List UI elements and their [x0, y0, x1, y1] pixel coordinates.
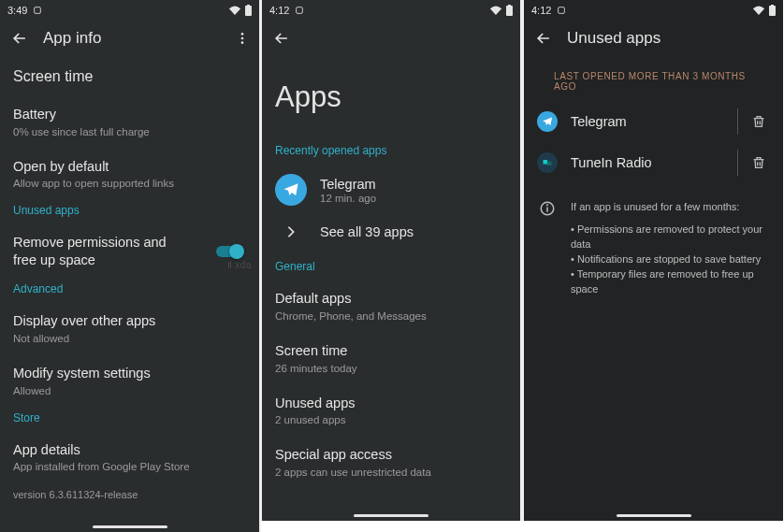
open-default-sub: Allow app to open supported links — [13, 177, 246, 191]
remove-permissions-row[interactable]: Remove permissions and free up space Ⅱ x… — [0, 224, 259, 279]
svg-rect-9 — [559, 7, 565, 14]
general-section: General — [262, 256, 520, 280]
unused-apps-row[interactable]: Unused apps 2 unused apps — [262, 385, 520, 438]
app-details-title: App details — [13, 441, 246, 459]
svg-rect-12 — [544, 160, 548, 165]
svg-rect-6 — [297, 7, 303, 14]
apps-header — [262, 19, 520, 58]
modify-system-sub: Allowed — [13, 384, 246, 398]
unused-apps-sub: 2 unused apps — [275, 413, 507, 427]
status-bar: 4:12 — [262, 0, 520, 19]
open-default-title: Open by default — [13, 158, 246, 176]
status-bar: 4:12 — [524, 0, 783, 19]
wifi-icon — [752, 6, 765, 15]
wifi-icon — [228, 6, 241, 15]
recent-app-telegram[interactable]: Telegram 12 min. ago — [262, 165, 520, 215]
info-icon — [537, 200, 558, 297]
notification-icon — [295, 6, 304, 15]
unused-app-tunein[interactable]: TuneIn Radio — [524, 142, 783, 183]
unused-app-telegram[interactable]: Telegram — [524, 101, 783, 142]
unused-apps-section: Unused apps — [0, 200, 259, 224]
svg-point-5 — [241, 41, 244, 44]
default-apps-row[interactable]: Default apps Chrome, Phone, and Messages — [262, 280, 520, 333]
apps-title: Apps — [262, 58, 520, 140]
page-title: App info — [43, 29, 101, 48]
chevron-right-icon — [275, 225, 307, 238]
tunein-icon — [537, 152, 558, 173]
unused-app-name: Telegram — [571, 114, 730, 129]
special-access-sub: 2 apps can use unrestricted data — [275, 466, 507, 480]
delete-button[interactable] — [746, 108, 772, 135]
remove-permissions-title: Remove permissions and free up space — [13, 234, 191, 269]
battery-sub: 0% use since last full charge — [13, 125, 246, 139]
special-access-row[interactable]: Special app access 2 apps can use unrest… — [262, 437, 520, 489]
battery-title: Battery — [13, 106, 246, 123]
app-details-row[interactable]: App details App installed from Google Pl… — [0, 432, 259, 484]
app-info-panel: 3:49 App info Screen time Battery 0% use… — [0, 0, 261, 532]
battery-icon — [506, 5, 513, 16]
notification-icon — [33, 6, 42, 15]
open-default-row[interactable]: Open by default Allow app to open suppor… — [0, 149, 259, 201]
battery-row[interactable]: Battery 0% use since last full charge — [0, 96, 259, 149]
screen-time-sub: 26 minutes today — [275, 362, 507, 376]
special-access-title: Special app access — [275, 446, 507, 464]
xda-watermark: Ⅱ xda — [227, 260, 252, 270]
info-bullet-2: • Notifications are stopped to save batt… — [571, 252, 770, 267]
version-text: version 6.3.611324-release — [0, 483, 259, 506]
info-intro: If an app is unused for a few months: — [571, 200, 770, 215]
separator — [737, 150, 738, 176]
recent-app-name: Telegram — [320, 177, 376, 192]
battery-icon — [245, 5, 252, 16]
telegram-icon — [275, 174, 307, 206]
svg-point-3 — [241, 33, 244, 36]
modify-system-row[interactable]: Modify system settings Allowed — [0, 355, 259, 408]
screen-time-title: Screen time — [275, 342, 507, 360]
nav-handle[interactable] — [617, 514, 691, 517]
remove-permissions-toggle[interactable] — [212, 243, 246, 260]
back-button[interactable] — [271, 29, 292, 48]
store-section: Store — [0, 408, 259, 432]
svg-point-4 — [241, 37, 244, 40]
nav-handle[interactable] — [93, 525, 167, 528]
display-over-title: Display over other apps — [13, 312, 246, 330]
see-all-label: See all 39 apps — [320, 224, 414, 239]
delete-button[interactable] — [746, 150, 772, 176]
status-time: 3:49 — [7, 5, 27, 16]
unused-apps-title: Unused apps — [275, 395, 507, 412]
modify-system-title: Modify system settings — [13, 365, 246, 382]
svg-rect-7 — [506, 6, 513, 16]
unused-apps-header: Unused apps — [524, 19, 783, 58]
status-time: 4:12 — [269, 5, 289, 16]
nav-handle[interactable] — [354, 514, 428, 517]
battery-icon — [769, 5, 776, 16]
more-menu-button[interactable] — [235, 31, 250, 46]
status-bar: 3:49 — [0, 0, 259, 19]
unused-app-name: TuneIn Radio — [571, 155, 730, 170]
svg-point-16 — [547, 205, 548, 206]
back-button[interactable] — [9, 29, 30, 48]
status-time: 4:12 — [531, 5, 551, 16]
display-over-sub: Not allowed — [13, 332, 246, 346]
advanced-section: Advanced — [0, 279, 259, 303]
info-bullet-3: • Temporary files are removed to free up… — [571, 267, 770, 297]
unused-apps-panel: 4:12 Unused apps LAST OPENED MORE THAN 3… — [522, 0, 783, 521]
back-button[interactable] — [533, 29, 554, 48]
svg-rect-2 — [247, 5, 250, 7]
telegram-icon — [537, 111, 558, 132]
screen-time-row[interactable]: Screen time — [0, 58, 259, 96]
svg-rect-11 — [771, 5, 774, 7]
screen-time-title: Screen time — [13, 67, 246, 87]
app-details-sub: App installed from Google Play Store — [13, 460, 246, 474]
see-all-apps-row[interactable]: See all 39 apps — [262, 215, 520, 249]
display-over-row[interactable]: Display over other apps Not allowed — [0, 303, 259, 355]
svg-rect-8 — [508, 5, 511, 7]
page-title: Unused apps — [567, 29, 661, 48]
app-info-header: App info — [0, 19, 259, 58]
default-apps-sub: Chrome, Phone, and Messages — [275, 309, 507, 324]
svg-rect-10 — [769, 6, 776, 16]
info-section: If an app is unused for a few months: • … — [524, 183, 783, 297]
screen-time-row[interactable]: Screen time 26 minutes today — [262, 333, 520, 385]
apps-panel: 4:12 Apps Recently opened apps Telegram … — [261, 0, 522, 521]
recently-opened-section: Recently opened apps — [262, 140, 520, 165]
separator — [737, 108, 738, 135]
